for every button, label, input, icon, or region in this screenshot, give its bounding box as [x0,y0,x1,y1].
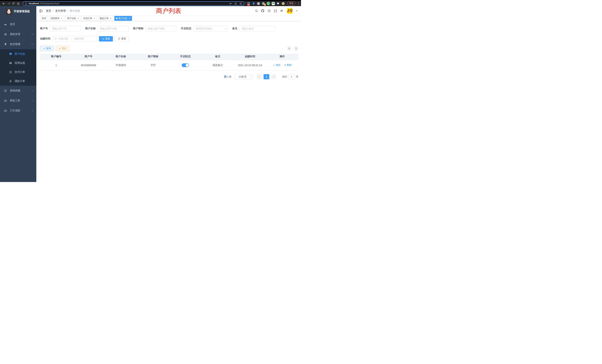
store-icon [9,53,12,55]
calendar-icon [54,37,57,40]
sidebar-item-infrastructure[interactable]: 基础设施 [0,86,36,96]
filter-label-merchant-no: 商户号 [40,27,48,30]
page-size-select[interactable] [234,74,253,79]
status-select[interactable] [193,26,228,31]
col-create-time: 创建时间 [234,54,266,60]
tab-home[interactable]: 首页 [40,16,48,21]
cell-full-name: 芋道源码 [105,60,137,71]
app-logo[interactable]: 芋道管理系统 [0,6,36,17]
goto-page-input[interactable] [288,74,295,79]
forward-icon[interactable] [7,2,10,5]
extension-gem-icon[interactable] [252,2,255,5]
sidebar-item-payment[interactable]: ¥ 支付管理 [0,39,36,49]
add-button[interactable]: 新增 [40,46,54,51]
merchant-no-input[interactable] [50,26,81,31]
reload-icon[interactable] [11,2,15,5]
user-avatar[interactable] [287,8,292,14]
app-title: 芋道管理系统 [14,10,30,13]
prev-page-button[interactable] [257,74,262,79]
filter-label-create-time: 创建时间 [40,37,50,40]
show-search-toggle-icon[interactable] [287,46,291,51]
cell-short-name: 芋艿 [137,60,169,71]
sidebar-fold-icon[interactable] [39,9,43,13]
home-icon[interactable] [16,2,20,5]
full-name-input[interactable] [98,26,129,31]
close-icon[interactable]: ✕ [77,17,79,20]
search-button[interactable]: 搜索 [99,36,113,42]
fullscreen-icon[interactable] [274,9,277,13]
help-icon[interactable] [267,9,271,13]
font-size-icon[interactable]: tT [280,9,283,13]
breadcrumb-payment[interactable]: 支付管理 [55,9,66,13]
table-header-row: 商户编号 商户号 商户全称 商户简称 开启状态 备注 创建时间 操作 [40,54,298,60]
breadcrumb: 首页 / 支付管理 / 商户信息 [46,9,80,13]
header-search-icon[interactable] [255,9,258,13]
browser-menu-icon[interactable] [298,2,299,5]
col-merchant-no: 商户号 [72,54,105,60]
tab-process-form[interactable]: 流程表单✕ [49,16,64,21]
cell-remark: 我是备注 [202,60,234,71]
pagination: 共 1 条 1 前往 页 [40,74,298,79]
annotation-merchant-list: 商户列表 [156,7,181,15]
bookmark-star-icon[interactable] [239,2,242,5]
extension-tabs-icon[interactable]: 10 [247,2,250,5]
sidebar-item-home[interactable]: 首页 [0,19,36,29]
extension-command-icon[interactable]: ⌘ [257,2,260,5]
extension-chat-icon[interactable] [272,2,275,5]
chevron-down-icon [31,109,33,112]
close-icon[interactable]: ✕ [129,17,130,20]
sidebar-item-pay-order[interactable]: 支付订单 [0,67,36,76]
back-icon[interactable] [2,2,6,5]
sidebar-item-app-info[interactable]: 应用信息 [0,58,36,67]
tab-refund-order[interactable]: 退款订单✕ [98,16,113,21]
info-icon[interactable] [25,2,27,5]
sidebar-item-refund-order[interactable]: 退款订单 [0,76,36,86]
status-toggle[interactable] [182,63,189,67]
extension-blob-icon[interactable]: 1 [262,2,265,5]
next-page-button[interactable] [271,74,276,79]
sidebar-item-label: 支付订单 [15,70,25,74]
profile-avatar-icon[interactable] [281,2,285,5]
yen-circle-icon [9,71,12,74]
extensions-puzzle-icon[interactable] [277,2,280,5]
gear-icon [4,33,7,36]
share-icon[interactable] [234,2,237,5]
end-date-placeholder: 结束日期 [74,37,84,40]
extension-yudao-icon[interactable]: y [267,2,270,5]
reset-button[interactable]: 重置 [115,36,129,42]
breadcrumb-home[interactable]: 首页 [46,9,51,13]
tab-pay-order[interactable]: 支付订单✕ [82,16,97,21]
tab-merchant-info[interactable]: 商户信息✕ [114,16,132,21]
cell-merchant-no: M233666999 [72,60,105,71]
url-bar[interactable]: localhost:1024/pay/merchant [23,1,244,6]
sidebar-item-devtools[interactable]: 研发工具 [0,96,36,106]
browser-chrome: localhost:1024/pay/merchant 10 ⌘ 1 y 更新 [0,0,301,6]
page-number-1[interactable]: 1 [264,74,269,79]
col-merchant-id: 商户编号 [40,54,72,60]
edit-link[interactable]: 修改 [273,63,281,67]
sidebar-item-label: 应用信息 [15,61,25,65]
sidebar-item-workflow[interactable]: 工作流程 [0,106,36,116]
start-date-placeholder: 开始日期 [58,37,68,40]
close-icon[interactable]: ✕ [110,17,112,20]
sidebar: 芋道管理系统 首页 系统管理 ¥ 支付管理 商户信息 [0,6,36,182]
chevron-down-icon [31,89,33,92]
tab-user-group[interactable]: 用户分组✕ [65,16,80,21]
short-name-input[interactable] [146,26,176,31]
avatar-caret-icon[interactable] [296,10,298,12]
refresh-table-icon[interactable] [294,46,298,51]
github-icon[interactable] [261,9,265,13]
close-icon[interactable]: ✕ [61,17,63,20]
cell-create-time: 2021-10-23 08:31:14 [234,60,266,71]
remark-input[interactable] [239,26,275,31]
sidebar-item-label: 系统管理 [10,33,20,36]
delete-link[interactable]: 删除 [284,63,292,67]
close-icon[interactable]: ✕ [93,17,95,20]
sidebar-item-system[interactable]: 系统管理 [0,29,36,39]
update-button[interactable]: 更新 [287,1,295,6]
tags-view: 首页 流程表单✕ 用户分组✕ 支付订单✕ 退款订单✕ 商户信息✕ [36,16,301,21]
key-icon[interactable] [229,2,232,5]
sidebar-item-merchant-info[interactable]: 商户信息 [0,49,36,58]
date-range-picker[interactable]: 开始日期 - 结束日期 [53,36,97,42]
export-button[interactable]: 导出 [56,46,69,51]
